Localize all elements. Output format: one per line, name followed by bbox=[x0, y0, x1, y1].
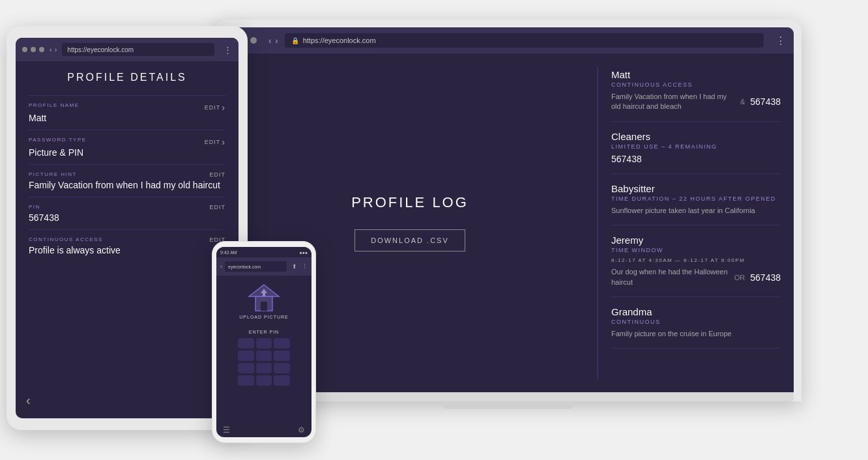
tablet-url-text: https://eyeconlock.com bbox=[67, 46, 134, 53]
browser-back-icon[interactable]: ‹ bbox=[268, 36, 271, 46]
phone-menu-footer-icon[interactable]: ☰ bbox=[223, 425, 230, 435]
laptop-browser-bar: ‹ › 🔒 https://eyeconlock.com ⋮ bbox=[223, 27, 794, 53]
enter-pin-label: ENTER PIN bbox=[249, 330, 279, 334]
tablet-url-bar[interactable]: https://eyeconlock.com bbox=[62, 43, 214, 56]
laptop-menu-icon[interactable]: ⋮ bbox=[775, 35, 786, 47]
browser-forward-icon[interactable]: › bbox=[275, 36, 278, 46]
tablet-section-item: CONTINUOUS ACCESS EDIT Profile is always… bbox=[29, 229, 225, 262]
tablet-browser-bar: ‹ › https://eyeconlock.com ⋮ bbox=[16, 38, 239, 61]
pin-button-2[interactable] bbox=[256, 338, 272, 349]
profile-entry-hint: Our dog when he had the Halloween haircu… bbox=[611, 267, 729, 287]
pin-button-7[interactable] bbox=[238, 363, 254, 373]
profile-entry-name: Jeremy bbox=[611, 235, 781, 246]
phone-signal: ●●● bbox=[299, 250, 308, 255]
phone-status-bar: 9:42 AM ●●● bbox=[216, 247, 311, 257]
download-csv-button[interactable]: DOWNLOAD .CSV bbox=[354, 229, 465, 252]
tablet-forward-icon[interactable]: › bbox=[55, 46, 57, 53]
pin-button-12[interactable] bbox=[274, 375, 290, 386]
profile-entry-pin: 567438 bbox=[750, 96, 781, 107]
section-edit-button[interactable]: EDIT bbox=[209, 171, 225, 178]
section-label: PROFILE NAME bbox=[29, 102, 80, 108]
phone-browser-bar: ‹ eyeconlock.com ⬆ ⋮ bbox=[216, 257, 311, 276]
profile-entry: Babysitter TIME DURATION – 22 HOURS AFTE… bbox=[611, 174, 781, 225]
profile-entry-name: Cleaners bbox=[611, 131, 781, 142]
profile-entry-hint: Family Vacation from when I had my old h… bbox=[611, 92, 735, 112]
pin-button-1[interactable] bbox=[238, 338, 254, 349]
svg-rect-2 bbox=[261, 302, 267, 311]
tablet-section-item: PICTURE HINT EDIT Family Vacation from w… bbox=[29, 164, 225, 197]
profile-log-title: PROFILE LOG bbox=[351, 194, 469, 211]
section-edit-button[interactable]: EDIT › bbox=[205, 137, 225, 147]
profile-entry-hint: Family picture on the cruise in Europe bbox=[611, 329, 781, 339]
tablet-section-item: PASSWORD TYPE EDIT › Picture & PIN bbox=[29, 130, 225, 164]
tablet-sections: PROFILE NAME EDIT › Matt PASSWORD TYPE E… bbox=[29, 95, 225, 262]
upload-house-icon bbox=[246, 282, 282, 315]
section-label: PICTURE HINT bbox=[29, 171, 77, 177]
pin-pad[interactable] bbox=[238, 338, 290, 386]
phone-url-text: eyeconlock.com bbox=[228, 265, 261, 269]
tablet-section-item: PROFILE NAME EDIT › Matt bbox=[29, 95, 225, 130]
phone-url-bar[interactable]: eyeconlock.com bbox=[225, 261, 287, 272]
laptop-url-text: https://eyeconlock.com bbox=[303, 36, 376, 44]
profile-entry-type: CONTINUOUS ACCESS bbox=[611, 81, 781, 88]
phone-time: 9:42 AM bbox=[220, 250, 237, 255]
profile-entry-type: LIMITED USE – 4 REMAINING bbox=[611, 143, 781, 150]
phone-share-icon[interactable]: ⬆ bbox=[292, 263, 297, 270]
profile-entry-name: Grandma bbox=[611, 306, 781, 317]
svg-rect-4 bbox=[263, 293, 265, 296]
tablet-back-icon[interactable]: ‹ bbox=[50, 46, 52, 53]
laptop-profile-list: Matt CONTINUOUS ACCESS Family Vacation f… bbox=[598, 53, 794, 392]
tablet-section-item: PIN EDIT 567438 bbox=[29, 197, 225, 229]
laptop-url-bar[interactable]: 🔒 https://eyeconlock.com bbox=[285, 33, 764, 48]
tablet-content: PROFILE DETAILS PROFILE NAME EDIT › Matt… bbox=[16, 61, 239, 418]
section-value: 567438 bbox=[29, 212, 225, 223]
profile-entry-pin: 567438 bbox=[611, 154, 642, 164]
upload-picture-area[interactable]: UPLOAD PICTURE bbox=[239, 282, 288, 324]
phone-settings-icon[interactable]: ⚙ bbox=[298, 425, 305, 435]
profile-entry: Grandma CONTINUOUS Family picture on the… bbox=[611, 297, 781, 349]
section-value: Family Vacation from when I had my old h… bbox=[29, 180, 225, 190]
browser-dot-green bbox=[250, 37, 257, 44]
section-value: Profile is always active bbox=[29, 245, 225, 255]
section-value: Matt bbox=[29, 113, 225, 123]
profile-entry-type: CONTINUOUS bbox=[611, 319, 781, 325]
tablet-dot-y bbox=[31, 47, 36, 52]
profile-entry-connector: OR bbox=[734, 274, 745, 281]
profile-entry-subtype: 8-12-17 AT 4:30AM — 8-12-17 AT 8:00PM bbox=[611, 257, 781, 263]
upload-picture-label: UPLOAD PICTURE bbox=[239, 315, 288, 319]
profile-entry-type: TIME DURATION – 22 HOURS AFTER OPENED bbox=[611, 195, 781, 202]
section-arrow-icon: › bbox=[222, 102, 225, 113]
laptop-stand bbox=[443, 401, 573, 409]
pin-button-4[interactable] bbox=[238, 351, 254, 361]
profile-entry-hint: Sunflower picture taken last year in Cal… bbox=[611, 206, 781, 216]
pin-button-3[interactable] bbox=[274, 338, 290, 349]
pin-button-5[interactable] bbox=[256, 351, 272, 361]
pin-button-6[interactable] bbox=[274, 351, 290, 361]
pin-button-8[interactable] bbox=[256, 363, 272, 373]
section-edit-button[interactable]: EDIT › bbox=[205, 102, 225, 113]
phone-menu-icon[interactable]: ⋮ bbox=[302, 263, 308, 270]
pin-button-9[interactable] bbox=[274, 363, 290, 373]
section-edit-button[interactable]: EDIT bbox=[209, 204, 225, 210]
phone-device: 9:42 AM ●●● ‹ eyeconlock.com ⬆ ⋮ bbox=[212, 241, 316, 443]
tablet-menu-icon[interactable]: ⋮ bbox=[224, 45, 232, 55]
tablet-dot-r bbox=[22, 47, 27, 52]
section-value: Picture & PIN bbox=[29, 147, 225, 158]
section-arrow-icon: › bbox=[222, 137, 225, 147]
tablet-browser-dots bbox=[22, 47, 44, 52]
profile-entry-pin: 567438 bbox=[750, 272, 781, 283]
phone-footer: ☰ ⚙ bbox=[216, 423, 311, 437]
tablet-page-title: PROFILE DETAILS bbox=[29, 72, 225, 83]
profile-entry: Matt CONTINUOUS ACCESS Family Vacation f… bbox=[611, 60, 781, 122]
tablet-nav-back-button[interactable]: ‹ bbox=[26, 393, 31, 408]
profile-entry: Cleaners LIMITED USE – 4 REMAINING 56743… bbox=[611, 122, 781, 174]
profile-entry: Jeremy TIME WINDOW8-12-17 AT 4:30AM — 8-… bbox=[611, 225, 781, 297]
pin-button-10[interactable] bbox=[238, 375, 254, 386]
phone-back-icon[interactable]: ‹ bbox=[220, 263, 222, 270]
profile-entry-name: Matt bbox=[611, 69, 781, 80]
section-label: PASSWORD TYPE bbox=[29, 137, 87, 143]
phone-content: UPLOAD PICTURE ENTER PIN bbox=[216, 276, 311, 423]
section-label: CONTINUOUS ACCESS bbox=[29, 237, 103, 242]
profile-entry-type: TIME WINDOW bbox=[611, 247, 781, 253]
pin-button-11[interactable] bbox=[256, 375, 272, 386]
